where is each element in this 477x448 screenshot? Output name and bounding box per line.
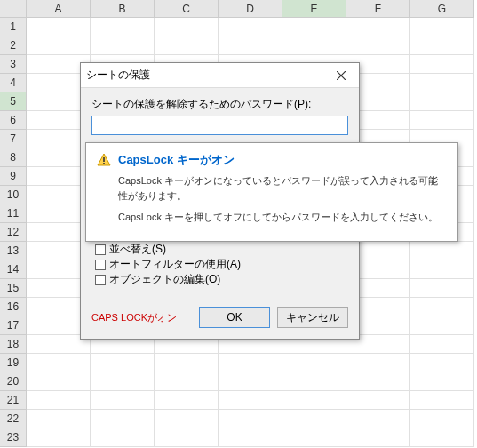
checklist-item[interactable]: オブジェクトの編集(O): [95, 272, 348, 287]
cell-G21[interactable]: [410, 391, 474, 410]
col-header-G[interactable]: G: [410, 0, 474, 18]
row-header-1[interactable]: 1: [0, 18, 27, 36]
row-header-20[interactable]: 20: [0, 372, 27, 391]
row-header-10[interactable]: 10: [0, 186, 27, 204]
row-header-13[interactable]: 13: [0, 242, 27, 260]
close-button[interactable]: [329, 66, 354, 85]
row-header-8[interactable]: 8: [0, 148, 27, 167]
checkbox-icon[interactable]: [95, 244, 106, 255]
cell-F20[interactable]: [346, 372, 410, 391]
cell-D1[interactable]: [219, 18, 282, 36]
cancel-button[interactable]: キャンセル: [277, 307, 348, 328]
cell-F23[interactable]: [346, 428, 410, 447]
cell-A21[interactable]: [27, 391, 91, 410]
col-header-C[interactable]: C: [155, 0, 219, 18]
checkbox-icon[interactable]: [95, 260, 106, 270]
row-header-19[interactable]: 19: [0, 354, 27, 372]
cell-C22[interactable]: [155, 410, 219, 428]
cell-D19[interactable]: [219, 354, 282, 372]
cell-E20[interactable]: [282, 372, 346, 391]
cell-G4[interactable]: [410, 74, 474, 92]
cell-D20[interactable]: [219, 372, 282, 391]
cell-G17[interactable]: [410, 316, 474, 335]
row-header-23[interactable]: 23: [0, 428, 27, 447]
cell-C19[interactable]: [155, 354, 219, 372]
col-header-D[interactable]: D: [219, 0, 282, 18]
ok-button[interactable]: OK: [199, 307, 270, 328]
cell-G2[interactable]: [410, 36, 474, 55]
row-header-12[interactable]: 12: [0, 223, 27, 242]
row-header-22[interactable]: 22: [0, 410, 27, 428]
checklist-item[interactable]: オートフィルターの使用(A): [95, 257, 348, 272]
row-header-15[interactable]: 15: [0, 279, 27, 298]
row-header-3[interactable]: 3: [0, 55, 27, 74]
cell-G13[interactable]: [410, 242, 474, 260]
cell-B19[interactable]: [91, 354, 155, 372]
cell-B22[interactable]: [91, 410, 155, 428]
cell-F1[interactable]: [346, 18, 410, 36]
cell-C21[interactable]: [155, 391, 219, 410]
cell-E23[interactable]: [282, 428, 346, 447]
cell-G6[interactable]: [410, 111, 474, 130]
cell-G23[interactable]: [410, 428, 474, 447]
col-header-F[interactable]: F: [346, 0, 410, 18]
cell-B23[interactable]: [91, 428, 155, 447]
cell-D22[interactable]: [219, 410, 282, 428]
cell-C2[interactable]: [155, 36, 219, 55]
password-input[interactable]: [91, 116, 348, 135]
cell-A19[interactable]: [27, 354, 91, 372]
select-all-corner[interactable]: [0, 0, 27, 18]
cell-C1[interactable]: [155, 18, 219, 36]
dialog-titlebar[interactable]: シートの保護: [81, 63, 359, 88]
cell-G16[interactable]: [410, 298, 474, 316]
checkbox-icon[interactable]: [95, 275, 106, 285]
cell-E1[interactable]: [282, 18, 346, 36]
col-header-A[interactable]: A: [27, 0, 91, 18]
cell-G5[interactable]: [410, 92, 474, 111]
cell-G14[interactable]: [410, 260, 474, 279]
row-header-4[interactable]: 4: [0, 74, 27, 92]
cell-E19[interactable]: [282, 354, 346, 372]
col-header-B[interactable]: B: [91, 0, 155, 18]
row-header-21[interactable]: 21: [0, 391, 27, 410]
cell-E21[interactable]: [282, 391, 346, 410]
cell-A20[interactable]: [27, 372, 91, 391]
cell-D2[interactable]: [219, 36, 282, 55]
cell-C23[interactable]: [155, 428, 219, 447]
row-header-16[interactable]: 16: [0, 298, 27, 316]
row-header-18[interactable]: 18: [0, 335, 27, 354]
cell-A1[interactable]: [27, 18, 91, 36]
cell-G3[interactable]: [410, 55, 474, 74]
row-header-6[interactable]: 6: [0, 111, 27, 130]
checklist-item[interactable]: 並べ替え(S): [95, 242, 348, 257]
cell-F2[interactable]: [346, 36, 410, 55]
cell-D23[interactable]: [219, 428, 282, 447]
cell-A22[interactable]: [27, 410, 91, 428]
cell-G1[interactable]: [410, 18, 474, 36]
cell-B2[interactable]: [91, 36, 155, 55]
row-header-14[interactable]: 14: [0, 260, 27, 279]
cell-E22[interactable]: [282, 410, 346, 428]
cell-C20[interactable]: [155, 372, 219, 391]
cell-F19[interactable]: [346, 354, 410, 372]
row-header-2[interactable]: 2: [0, 36, 27, 55]
cell-F22[interactable]: [346, 410, 410, 428]
cell-E2[interactable]: [282, 36, 346, 55]
cell-B21[interactable]: [91, 391, 155, 410]
col-header-E[interactable]: E: [282, 0, 346, 18]
cell-G18[interactable]: [410, 335, 474, 354]
row-header-9[interactable]: 9: [0, 167, 27, 186]
cell-A23[interactable]: [27, 428, 91, 447]
row-header-7[interactable]: 7: [0, 130, 27, 148]
row-header-5[interactable]: 5: [0, 92, 27, 111]
cell-G19[interactable]: [410, 354, 474, 372]
row-header-17[interactable]: 17: [0, 316, 27, 335]
cell-B1[interactable]: [91, 18, 155, 36]
cell-D21[interactable]: [219, 391, 282, 410]
cell-G22[interactable]: [410, 410, 474, 428]
cell-F21[interactable]: [346, 391, 410, 410]
cell-B20[interactable]: [91, 372, 155, 391]
row-header-11[interactable]: 11: [0, 204, 27, 223]
cell-G20[interactable]: [410, 372, 474, 391]
cell-G15[interactable]: [410, 279, 474, 298]
